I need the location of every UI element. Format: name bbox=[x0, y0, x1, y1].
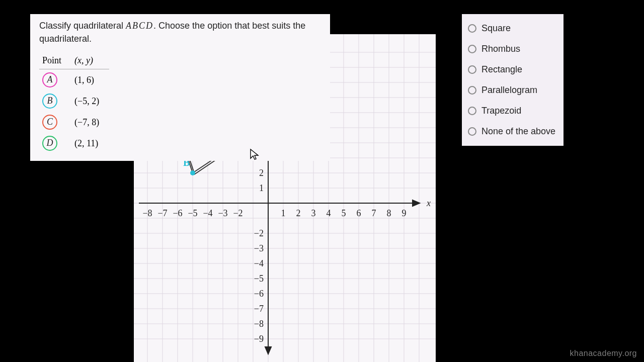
svg-text:−2: −2 bbox=[233, 208, 243, 218]
svg-text:3: 3 bbox=[311, 208, 316, 218]
radio-icon bbox=[468, 127, 476, 136]
svg-text:1: 1 bbox=[259, 183, 264, 193]
option-parallelogram[interactable]: Parallelogram bbox=[468, 80, 557, 101]
option-trapezoid[interactable]: Trapezoid bbox=[468, 101, 557, 121]
svg-text:−5: −5 bbox=[188, 208, 197, 218]
option-label: Trapezoid bbox=[481, 106, 521, 116]
table-row: A (1, 6) bbox=[39, 69, 109, 91]
svg-text:6: 6 bbox=[357, 208, 361, 218]
radio-icon bbox=[468, 24, 476, 33]
option-none[interactable]: None of the above bbox=[468, 121, 557, 142]
svg-text:1: 1 bbox=[281, 208, 286, 218]
option-rhombus[interactable]: Rhombus bbox=[468, 39, 557, 59]
svg-text:−6: −6 bbox=[173, 208, 182, 218]
coord-B: (−5, 2) bbox=[71, 90, 109, 112]
col-xy: (x, y) bbox=[71, 52, 109, 69]
svg-text:8: 8 bbox=[387, 208, 391, 218]
radio-icon bbox=[468, 107, 476, 115]
watermark: khanacademy.org bbox=[570, 349, 637, 358]
radio-icon bbox=[468, 65, 476, 74]
point-chip-A: A bbox=[42, 72, 57, 87]
svg-text:2: 2 bbox=[296, 208, 301, 218]
svg-text:−3: −3 bbox=[218, 208, 227, 218]
svg-text:2: 2 bbox=[259, 168, 264, 178]
svg-text:−9: −9 bbox=[254, 334, 264, 344]
svg-text:5: 5 bbox=[342, 208, 346, 218]
svg-point-80 bbox=[190, 170, 195, 175]
point-chip-D: D bbox=[42, 136, 57, 151]
points-table: Point (x, y) A (1, 6) B (−5, 2) C (−7, 8… bbox=[39, 52, 109, 154]
svg-marker-43 bbox=[265, 347, 271, 354]
question-abcd: ABCD bbox=[126, 21, 153, 31]
svg-text:−7: −7 bbox=[254, 304, 264, 314]
question-panel: Classify quadrilateral ABCD. Choose the … bbox=[30, 14, 330, 161]
svg-text:−5: −5 bbox=[254, 274, 264, 284]
option-label: Square bbox=[481, 23, 511, 34]
svg-text:−7: −7 bbox=[157, 208, 167, 218]
svg-marker-44 bbox=[413, 200, 420, 206]
coord-D: (2, 11) bbox=[71, 133, 109, 154]
col-point: Point bbox=[39, 52, 71, 69]
coord-A: (1, 6) bbox=[71, 69, 109, 91]
question-text: Classify quadrilateral ABCD. Choose the … bbox=[39, 19, 321, 45]
radio-icon bbox=[468, 45, 476, 53]
table-row: B (−5, 2) bbox=[39, 90, 109, 112]
svg-text:−4: −4 bbox=[254, 258, 264, 268]
option-label: None of the above bbox=[481, 126, 555, 137]
option-label: Parallelogram bbox=[481, 85, 537, 96]
option-label: Rectangle bbox=[481, 64, 522, 75]
svg-text:7: 7 bbox=[372, 208, 376, 218]
option-label: Rhombus bbox=[481, 44, 520, 54]
svg-text:9: 9 bbox=[402, 208, 407, 218]
svg-text:−3: −3 bbox=[254, 243, 264, 253]
point-chip-C: C bbox=[42, 115, 57, 130]
svg-text:−4: −4 bbox=[203, 208, 212, 218]
svg-text:−8: −8 bbox=[142, 208, 152, 218]
svg-text:x: x bbox=[426, 198, 431, 208]
svg-text:4: 4 bbox=[327, 208, 331, 218]
table-row: C (−7, 8) bbox=[39, 112, 109, 133]
point-chip-B: B bbox=[42, 94, 57, 109]
radio-icon bbox=[468, 86, 476, 95]
options-panel: Square Rhombus Rectangle Parallelogram T… bbox=[462, 14, 564, 146]
question-pre: Classify quadrilateral bbox=[39, 21, 126, 31]
option-square[interactable]: Square bbox=[468, 18, 557, 39]
option-rectangle[interactable]: Rectangle bbox=[468, 59, 557, 80]
coord-C: (−7, 8) bbox=[71, 112, 109, 133]
svg-text:−6: −6 bbox=[254, 289, 264, 299]
table-row: D (2, 11) bbox=[39, 133, 109, 154]
svg-text:−2: −2 bbox=[254, 228, 264, 238]
svg-text:−8: −8 bbox=[254, 319, 264, 329]
